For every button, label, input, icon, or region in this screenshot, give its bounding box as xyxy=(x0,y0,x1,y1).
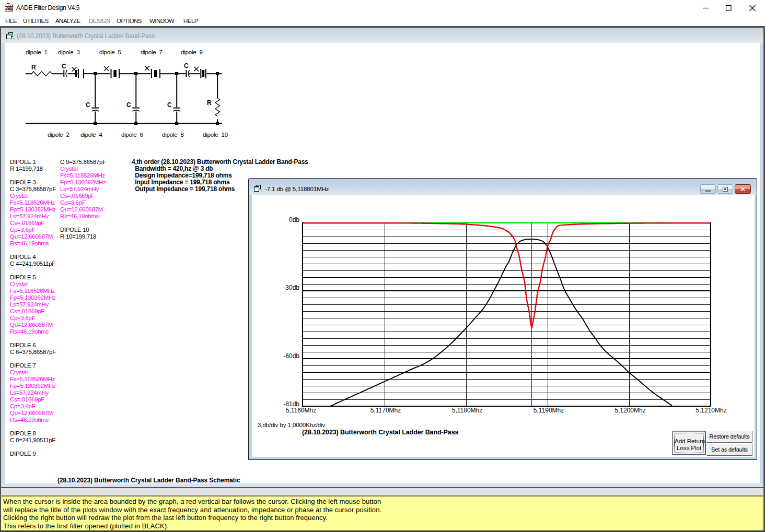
svg-text:dipole 7: dipole 7 xyxy=(141,49,163,55)
svg-text:R: R xyxy=(31,64,36,71)
svg-text:5,1160Mhz: 5,1160Mhz xyxy=(286,407,316,414)
svg-text:dipole 6: dipole 6 xyxy=(121,132,143,138)
svg-text:dipole 3: dipole 3 xyxy=(58,49,80,55)
svg-text:5,1190Mhz: 5,1190Mhz xyxy=(534,407,564,414)
svg-text:(28.10.2023) Butterworth Cryst: (28.10.2023) Butterworth Crystal Ladder … xyxy=(302,429,459,436)
svg-text:-30db: -30db xyxy=(283,284,299,291)
svg-text:dipole 5: dipole 5 xyxy=(99,49,121,55)
svg-text:5,1210Mhz: 5,1210Mhz xyxy=(696,407,726,414)
svg-text:dipole 10: dipole 10 xyxy=(203,132,228,138)
svg-text:C: C xyxy=(126,101,131,109)
svg-text:C: C xyxy=(167,101,172,109)
svg-text:dipole 2: dipole 2 xyxy=(48,132,69,138)
svg-text:C: C xyxy=(86,101,90,109)
svg-text:C: C xyxy=(184,62,189,69)
svg-text:5,1200Mhz: 5,1200Mhz xyxy=(615,407,645,414)
svg-text:5,1180Mhz: 5,1180Mhz xyxy=(452,407,482,414)
svg-text:5,1170Mhz: 5,1170Mhz xyxy=(370,407,401,414)
svg-text:dipole 4: dipole 4 xyxy=(80,132,102,138)
svg-text:dipole 8: dipole 8 xyxy=(162,132,184,138)
svg-text:3,db/div by 1,0000Khz/div: 3,db/div by 1,0000Khz/div xyxy=(258,422,326,428)
svg-text:-60db: -60db xyxy=(283,352,299,360)
svg-text:R: R xyxy=(207,99,212,107)
svg-text:dipole 9: dipole 9 xyxy=(181,49,203,55)
svg-text:0db: 0db xyxy=(289,216,299,223)
svg-text:dipole 1: dipole 1 xyxy=(26,49,48,55)
svg-text:C: C xyxy=(62,63,66,70)
